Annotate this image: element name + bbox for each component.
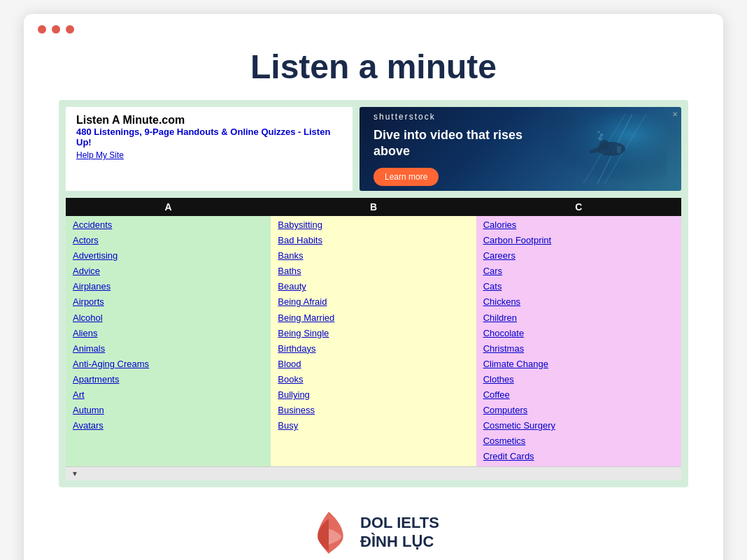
link-birthdays[interactable]: Birthdays — [278, 341, 469, 357]
col-c-content: Calories Carbon Footprint Careers Cars C… — [476, 216, 681, 466]
link-clothes[interactable]: Clothes — [483, 372, 674, 387]
col-header-c: C — [476, 198, 681, 216]
content-area: Listen A Minute.com 480 Listenings, 9-Pa… — [59, 100, 688, 487]
page-title: Listen a minute — [24, 41, 723, 100]
link-careers[interactable]: Careers — [483, 248, 674, 264]
browser-dots — [24, 14, 723, 41]
link-books[interactable]: Books — [278, 372, 469, 387]
topics-table: A B C Accidents Actors Advertising Advic… — [66, 198, 681, 466]
link-autumn[interactable]: Autumn — [73, 403, 264, 418]
site-title: Listen A Minute.com — [76, 114, 342, 127]
link-bullying[interactable]: Bullying — [278, 387, 469, 403]
link-apartments[interactable]: Apartments — [73, 372, 264, 387]
dol-logo-icon — [308, 508, 350, 557]
col-a-content: Accidents Actors Advertising Advice Airp… — [66, 216, 271, 466]
link-being-afraid[interactable]: Being Afraid — [278, 294, 469, 310]
link-anti-aging-creams[interactable]: Anti-Aging Creams — [73, 357, 264, 372]
link-business[interactable]: Business — [278, 403, 469, 418]
link-cosmetics[interactable]: Cosmetics — [483, 433, 674, 449]
shutterstock-logo: shutterstock — [374, 112, 667, 122]
footer: DOL IELTS ĐÌNH LỤC — [24, 487, 723, 561]
dot-green — [66, 25, 74, 34]
link-computers[interactable]: Computers — [483, 403, 674, 418]
help-link[interactable]: Help My Site — [76, 150, 342, 160]
logo-line1: DOL IELTS — [360, 514, 439, 532]
link-advertising[interactable]: Advertising — [73, 248, 264, 264]
browser-window: Listen a minute Listen A Minute.com 480 … — [24, 14, 723, 560]
link-airplanes[interactable]: Airplanes — [73, 279, 264, 294]
table-row: Accidents Actors Advertising Advice Airp… — [66, 216, 681, 466]
link-carbon-footprint[interactable]: Carbon Footprint — [483, 233, 674, 248]
link-beauty[interactable]: Beauty — [278, 279, 469, 294]
top-section: Listen A Minute.com 480 Listenings, 9-Pa… — [66, 107, 681, 191]
ad-learn-more-button[interactable]: Learn more — [374, 168, 439, 186]
dot-orange — [52, 25, 60, 34]
logo-line2: ĐÌNH LỤC — [360, 533, 439, 551]
link-children[interactable]: Children — [483, 310, 674, 326]
link-accidents[interactable]: Accidents — [73, 217, 264, 233]
link-being-married[interactable]: Being Married — [278, 310, 469, 326]
link-banks[interactable]: Banks — [278, 248, 469, 264]
link-coffee[interactable]: Coffee — [483, 387, 674, 403]
scroll-down-icon[interactable]: ▼ — [71, 470, 78, 478]
link-actors[interactable]: Actors — [73, 233, 264, 248]
topics-table-section: A B C Accidents Actors Advertising Advic… — [66, 198, 681, 480]
link-chocolate[interactable]: Chocolate — [483, 326, 674, 341]
link-airports[interactable]: Airports — [73, 294, 264, 310]
link-bad-habits[interactable]: Bad Habits — [278, 233, 469, 248]
link-climate-change[interactable]: Climate Change — [483, 357, 674, 372]
link-babysitting[interactable]: Babysitting — [278, 217, 469, 233]
link-being-single[interactable]: Being Single — [278, 326, 469, 341]
ad-banner: ✕ — [360, 107, 681, 191]
col-b-content: Babysitting Bad Habits Banks Baths Beaut… — [271, 216, 476, 466]
link-calories[interactable]: Calories — [483, 217, 674, 233]
col-header-b: B — [271, 198, 476, 216]
link-animals[interactable]: Animals — [73, 341, 264, 357]
link-advice[interactable]: Advice — [73, 264, 264, 279]
link-cats[interactable]: Cats — [483, 279, 674, 294]
link-cosmetic-surgery[interactable]: Cosmetic Surgery — [483, 418, 674, 433]
link-avatars[interactable]: Avatars — [73, 418, 264, 433]
link-art[interactable]: Art — [73, 387, 264, 403]
link-baths[interactable]: Baths — [278, 264, 469, 279]
link-busy[interactable]: Busy — [278, 418, 469, 433]
ad-tagline: Dive into video that rises above — [374, 127, 527, 160]
link-christmas[interactable]: Christmas — [483, 341, 674, 357]
link-blood[interactable]: Blood — [278, 357, 469, 372]
link-alcohol[interactable]: Alcohol — [73, 310, 264, 326]
site-info: Listen A Minute.com 480 Listenings, 9-Pa… — [66, 107, 353, 191]
dot-red — [38, 25, 46, 34]
site-subtitle: 480 Listenings, 9-Page Handouts & Online… — [76, 127, 342, 148]
link-cars[interactable]: Cars — [483, 264, 674, 279]
link-chickens[interactable]: Chickens — [483, 294, 674, 310]
link-aliens[interactable]: Aliens — [73, 326, 264, 341]
logo-text: DOL IELTS ĐÌNH LỤC — [360, 514, 439, 551]
col-header-a: A — [66, 198, 271, 216]
link-credit-cards[interactable]: Credit Cards — [483, 449, 674, 464]
